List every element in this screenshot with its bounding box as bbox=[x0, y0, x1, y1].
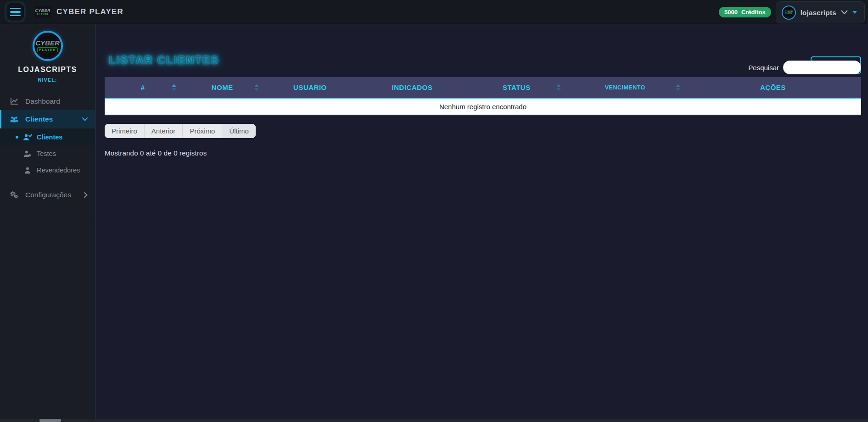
pagination-previous-button[interactable]: Anterior bbox=[145, 124, 183, 138]
user-name: lojascripts bbox=[801, 9, 836, 17]
pagination-next-button[interactable]: Próximo bbox=[183, 124, 222, 138]
table-empty-row: Nenhum registro encontrado bbox=[105, 99, 861, 116]
sidebar-logo: CYBER PLAYER bbox=[33, 31, 63, 61]
sidebar: CYBER PLAYER LOJASCRIPTS NIVEL: Dashboar… bbox=[0, 24, 95, 422]
pagination-last-button[interactable]: Último bbox=[222, 124, 256, 138]
bullet-icon bbox=[16, 152, 18, 155]
column-label: NOME bbox=[212, 83, 233, 91]
main-content: LISTAR CLIENTES Adicionar Pesquisar # NO… bbox=[95, 24, 868, 422]
horizontal-scrollbar[interactable] bbox=[0, 419, 868, 422]
sidebar-item-configuracoes[interactable]: Configurações bbox=[0, 186, 95, 204]
chevron-down-icon bbox=[841, 10, 848, 15]
credits-badge: 5000 Créditos bbox=[719, 7, 771, 17]
hamburger-icon bbox=[10, 8, 21, 10]
sidebar-logo-text: CYBER bbox=[35, 39, 60, 46]
table-header-vencimento[interactable]: VENCIMENTO bbox=[566, 77, 685, 98]
table-header-row: # NOME USUARIO INDICADOS STATUS VENCIMEN… bbox=[105, 77, 861, 99]
topbar: CYBER PLAYER CYBER PLAYER 5000 Créditos … bbox=[0, 0, 868, 24]
sidebar-item-label: Clientes bbox=[25, 115, 53, 123]
topbar-right: 5000 Créditos CYBER PLAYER lojascripts bbox=[719, 0, 868, 24]
sidebar-item-label: Configurações bbox=[25, 191, 71, 199]
credits-label: Créditos bbox=[741, 9, 766, 16]
sort-icon bbox=[676, 84, 680, 91]
column-label: # bbox=[141, 83, 145, 91]
chevron-down-icon bbox=[82, 117, 88, 121]
sidebar-logo-subtext: PLAYER bbox=[37, 47, 58, 52]
column-label: USUARIO bbox=[293, 83, 327, 91]
search-row: Pesquisar bbox=[748, 61, 861, 74]
scrollbar-thumb[interactable] bbox=[39, 419, 61, 422]
clients-table: # NOME USUARIO INDICADOS STATUS VENCIMEN… bbox=[105, 77, 861, 116]
pagination: Primeiro Anterior Próximo Último bbox=[105, 124, 256, 138]
column-label: STATUS bbox=[503, 83, 531, 91]
sidebar-subitem-label: Clientes bbox=[37, 133, 62, 141]
gears-icon bbox=[10, 191, 19, 199]
brand-logo: CYBER PLAYER bbox=[34, 6, 51, 18]
page-title: LISTAR CLIENTES bbox=[109, 54, 219, 67]
sidebar-subitem-clientes[interactable]: Clientes bbox=[0, 129, 95, 145]
avatar-logo-subtext: PLAYER bbox=[785, 13, 792, 15]
bullet-icon bbox=[16, 169, 18, 172]
sidebar-divider bbox=[0, 219, 95, 219]
brand-logo-subtext: PLAYER bbox=[37, 13, 49, 16]
sort-asc-icon bbox=[172, 84, 176, 91]
sort-icon bbox=[254, 84, 259, 91]
table-header-nome[interactable]: NOME bbox=[181, 77, 263, 98]
sidebar-subitem-testes[interactable]: Testes bbox=[0, 146, 95, 161]
chevron-right-icon bbox=[84, 192, 88, 198]
search-label: Pesquisar bbox=[748, 64, 779, 72]
user-icon bbox=[23, 167, 32, 174]
table-header-indicados[interactable]: INDICADOS bbox=[357, 77, 468, 98]
table-header-status[interactable]: STATUS bbox=[468, 77, 566, 98]
sidebar-item-clientes[interactable]: Clientes bbox=[0, 110, 95, 128]
sidebar-item-dashboard[interactable]: Dashboard bbox=[0, 93, 95, 110]
menu-toggle-button[interactable] bbox=[6, 3, 24, 21]
level-label: NIVEL: bbox=[0, 77, 95, 83]
sidebar-logo-wrap: CYBER PLAYER bbox=[0, 31, 95, 61]
table-header-id[interactable]: # bbox=[105, 77, 181, 98]
hamburger-icon bbox=[10, 11, 21, 13]
sidebar-subitem-revendedores[interactable]: Revendedores bbox=[0, 162, 95, 178]
column-label: VENCIMENTO bbox=[605, 84, 645, 91]
table-header-usuario[interactable]: USUARIO bbox=[263, 77, 357, 98]
sidebar-subitem-label: Revendedores bbox=[37, 167, 80, 174]
sidebar-item-label: Dashboard bbox=[25, 97, 60, 106]
search-input[interactable] bbox=[783, 61, 861, 74]
sidebar-subitem-label: Testes bbox=[37, 150, 56, 157]
column-label: AÇÕES bbox=[760, 83, 786, 91]
table-header-acoes: AÇÕES bbox=[685, 77, 861, 98]
user-check-icon bbox=[23, 133, 32, 141]
user-dot-icon bbox=[23, 150, 32, 157]
chart-line-icon bbox=[10, 97, 19, 106]
active-bullet-icon bbox=[16, 136, 18, 139]
pagination-first-button[interactable]: Primeiro bbox=[105, 124, 145, 138]
caret-down-icon bbox=[852, 11, 857, 14]
user-menu[interactable]: CYBER PLAYER lojascripts bbox=[776, 1, 865, 23]
sidebar-nav: Dashboard Clientes Clientes bbox=[0, 93, 95, 204]
users-group-icon bbox=[10, 115, 19, 123]
brand-logo-text: CYBER bbox=[35, 9, 50, 13]
empty-message: Nenhum registro encontrado bbox=[439, 103, 526, 111]
app-title: CYBER PLAYER bbox=[56, 7, 123, 17]
avatar: CYBER PLAYER bbox=[782, 6, 796, 20]
hamburger-icon bbox=[10, 15, 21, 17]
org-name: LOJASCRIPTS bbox=[0, 66, 95, 74]
records-summary: Mostrando 0 até 0 de 0 registros bbox=[105, 149, 207, 157]
credits-value: 5000 bbox=[724, 9, 738, 16]
sort-icon bbox=[556, 84, 561, 91]
column-label: INDICADOS bbox=[392, 83, 433, 91]
